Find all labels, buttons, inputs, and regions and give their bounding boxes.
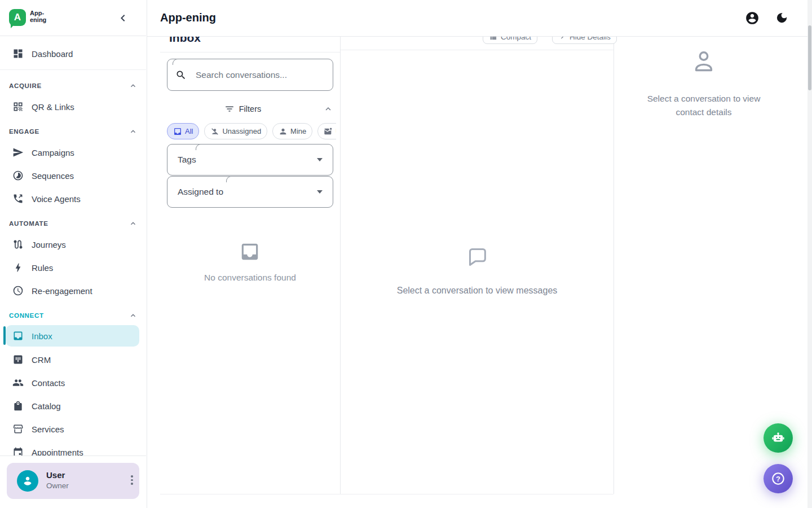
sidebar-item-re-engagement[interactable]: Re-engagement — [6, 280, 139, 301]
page-scrollbar-thumb[interactable] — [808, 25, 811, 90]
sidebar-item-inbox[interactable]: Inbox — [6, 325, 139, 347]
sidebar-item-label: Rules — [32, 263, 53, 273]
outline-notch — [173, 59, 181, 65]
help-fab[interactable]: ? — [764, 464, 793, 493]
sidebar-item-label: Voice Agents — [32, 194, 81, 204]
mail-unread-icon — [324, 127, 333, 136]
sidebar-item-label: Appointments — [32, 448, 83, 457]
chip-label: All — [185, 127, 193, 135]
section-label: AUTOMATE — [9, 220, 48, 227]
account-icon — [20, 474, 35, 488]
sidebar-collapse-icon[interactable] — [116, 11, 130, 25]
section-header-automate[interactable]: AUTOMATE — [9, 219, 138, 228]
dashboard-icon — [12, 48, 24, 59]
sidebar-item-rules[interactable]: Rules — [6, 257, 139, 278]
sidebar-item-crm[interactable]: CRM — [6, 349, 139, 370]
sidebar-item-catalog[interactable]: Catalog — [6, 395, 139, 417]
shopping-bag-icon — [12, 400, 24, 411]
user-role: Owner — [46, 481, 69, 490]
empty-inbox-icon — [239, 241, 261, 262]
chevron-up-icon — [129, 127, 138, 136]
logo-line1: App- — [30, 10, 46, 16]
user-menu-kebab-icon[interactable] — [126, 475, 138, 487]
user-avatar — [17, 470, 38, 492]
section-header-engage[interactable]: ENGAGE — [9, 127, 138, 136]
chevron-up-icon[interactable] — [323, 104, 333, 114]
assistant-fab[interactable] — [764, 423, 793, 453]
page-title: App-ening — [160, 11, 216, 24]
chip-unassigned[interactable]: Unassigned — [204, 123, 267, 139]
dropdown-caret-icon — [317, 190, 323, 194]
chip-label: Unassigned — [222, 127, 261, 135]
filter-chips-row: All Unassigned Mine Unread — [167, 123, 336, 139]
sidebar-nav: Dashboard ACQUIRE QR & Links ENGAGE Camp… — [0, 36, 146, 456]
chat-icon — [173, 127, 182, 136]
search-input[interactable] — [195, 69, 325, 81]
people-icon — [12, 377, 24, 388]
sidebar: A App- ening Dashboard ACQUIRE QR & Link… — [0, 0, 147, 508]
calendar-icon — [12, 446, 24, 456]
sidebar-item-label: Journeys — [32, 240, 66, 249]
app-window: Inbox Filters All Unassigned Mine Unread — [0, 0, 812, 508]
sidebar-item-label: Contacts — [32, 378, 65, 388]
chevron-up-icon — [129, 81, 138, 90]
robot-icon — [770, 430, 786, 446]
sidebar-item-qr-links[interactable]: QR & Links — [6, 96, 139, 117]
chip-unread[interactable]: Unread — [317, 123, 336, 139]
person-off-icon — [210, 127, 219, 136]
details-empty-line1: Select a conversation to view — [619, 92, 788, 106]
tags-select[interactable]: Tags — [167, 144, 333, 176]
sidebar-logo-row: A App- ening — [0, 0, 146, 36]
panel-divider — [340, 36, 341, 494]
chip-label: Mine — [290, 127, 306, 135]
section-header-connect[interactable]: CONNECT — [9, 311, 138, 320]
sidebar-item-label: Campaigns — [32, 148, 74, 157]
svg-text:?: ? — [776, 475, 780, 483]
phone-callback-icon — [12, 193, 24, 204]
sidebar-item-label: Services — [32, 424, 64, 434]
sidebar-item-services[interactable]: Services — [6, 418, 139, 440]
select-conversation-messages-text: Select a conversation to view messages — [341, 286, 614, 296]
inbox-icon — [12, 330, 24, 341]
qr-code-icon — [12, 101, 24, 112]
chip-mine[interactable]: Mine — [272, 123, 312, 139]
sidebar-item-contacts[interactable]: Contacts — [6, 372, 139, 393]
panel-bottom-divider — [160, 494, 614, 494]
assigned-to-select[interactable]: Assigned to — [167, 176, 333, 208]
section-header-acquire[interactable]: ACQUIRE — [9, 81, 138, 90]
sidebar-item-voice-agents[interactable]: Voice Agents — [6, 188, 139, 209]
chevron-up-icon — [129, 219, 138, 228]
dropdown-caret-icon — [317, 158, 323, 161]
user-card[interactable]: User Owner — [7, 463, 139, 499]
logo-wordmark: App- ening — [30, 10, 46, 23]
kanban-icon — [12, 354, 24, 365]
storefront-icon — [12, 423, 24, 435]
clock-icon — [12, 285, 24, 296]
chip-all[interactable]: All — [167, 123, 199, 139]
send-icon — [12, 147, 24, 158]
sidebar-item-appointments[interactable]: Appointments — [6, 441, 139, 456]
sidebar-item-journeys[interactable]: Journeys — [6, 234, 139, 255]
logo-letter: A — [14, 12, 21, 23]
filters-toggle[interactable]: Filters — [167, 103, 333, 115]
account-circle-icon[interactable] — [745, 11, 760, 25]
tags-select-label: Tags — [178, 155, 196, 165]
bolt-icon — [12, 262, 24, 273]
sidebar-item-label: QR & Links — [32, 102, 74, 112]
select-conversation-details-text: Select a conversation to view contact de… — [619, 92, 788, 119]
no-conversations-text: No conversations found — [167, 273, 333, 283]
dark-mode-moon-icon[interactable] — [775, 11, 788, 24]
sidebar-divider — [0, 69, 146, 70]
inbox-title-divider — [160, 52, 340, 52]
help-icon: ? — [770, 471, 786, 487]
sidebar-item-label: Inbox — [32, 331, 52, 341]
sidebar-item-sequences[interactable]: Sequences — [6, 165, 139, 186]
timelapse-icon — [12, 170, 24, 181]
sidebar-item-campaigns[interactable]: Campaigns — [6, 142, 139, 163]
section-label: CONNECT — [9, 312, 44, 319]
search-conversations-box[interactable] — [167, 59, 333, 91]
filter-list-icon — [224, 104, 235, 114]
details-empty-line2: contact details — [619, 106, 788, 119]
sidebar-item-dashboard[interactable]: Dashboard — [6, 43, 139, 64]
person-outline-icon — [691, 49, 717, 77]
